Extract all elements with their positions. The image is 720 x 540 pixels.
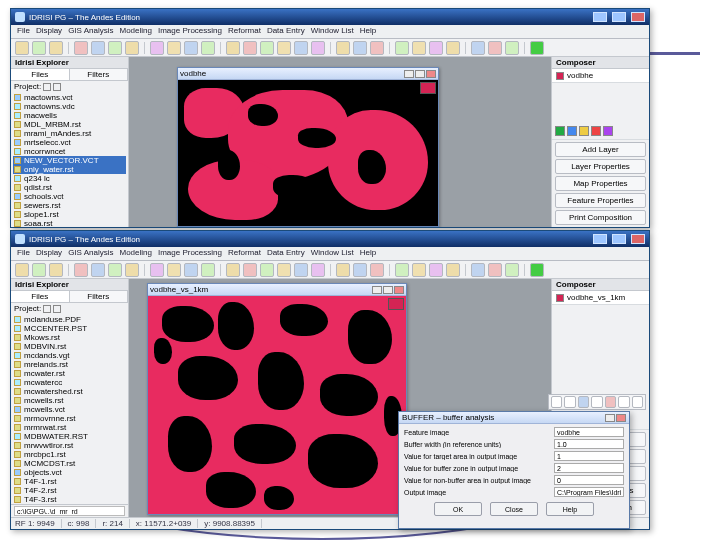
list-item[interactable]: mactowns.vct: [13, 93, 126, 102]
ok-button[interactable]: OK: [434, 502, 482, 516]
composer-feature-properties-button[interactable]: Feature Properties: [555, 193, 646, 208]
list-item[interactable]: soaa.rst: [13, 219, 126, 227]
toolbar-button[interactable]: [530, 41, 544, 55]
toolbar-button[interactable]: [370, 41, 384, 55]
toolbar-button[interactable]: [488, 41, 502, 55]
toolbar-button[interactable]: [277, 41, 291, 55]
toolbar-button[interactable]: [91, 263, 105, 277]
list-item[interactable]: mactowns.vdc: [13, 102, 126, 111]
toolbar-button[interactable]: [311, 41, 325, 55]
list-item[interactable]: mclanduse.PDF: [13, 315, 126, 324]
menu-file[interactable]: File: [17, 248, 30, 259]
toolbar[interactable]: [11, 261, 649, 279]
list-item[interactable]: NEW_VECTOR.VCT: [13, 156, 126, 165]
list-item[interactable]: mrtselecc.vct: [13, 138, 126, 147]
menubar[interactable]: FileDisplayGIS AnalysisModelingImage Pro…: [11, 25, 649, 39]
file-list[interactable]: mactowns.vctmactowns.vdcmacwellsMDL_MRBM…: [11, 92, 128, 227]
toolbar-button[interactable]: [15, 263, 29, 277]
list-item[interactable]: Mkows.rst: [13, 333, 126, 342]
list-item[interactable]: slope1.rst: [13, 210, 126, 219]
map-area[interactable]: [148, 296, 406, 514]
swatch-icon[interactable]: [555, 126, 565, 136]
toolbar-button[interactable]: [226, 263, 240, 277]
map-titlebar[interactable]: vodbhe: [178, 68, 438, 80]
folder-icon[interactable]: [43, 83, 51, 91]
field-input[interactable]: [554, 427, 624, 437]
toolbar-button[interactable]: [412, 41, 426, 55]
swatch-icon[interactable]: [579, 126, 589, 136]
list-item[interactable]: MDBVIN.rst: [13, 342, 126, 351]
toolbar-button[interactable]: [201, 263, 215, 277]
toolbar-button[interactable]: [15, 41, 29, 55]
list-item[interactable]: mrami_mAndes.rst: [13, 129, 126, 138]
min-icon[interactable]: [372, 286, 382, 294]
toolbar-button[interactable]: [243, 41, 257, 55]
menu-modeling[interactable]: Modeling: [119, 248, 151, 259]
toolbar-button[interactable]: [530, 263, 544, 277]
map-area[interactable]: [178, 80, 438, 226]
arrow-right-icon[interactable]: [632, 396, 643, 408]
layer-visibility-checkbox[interactable]: [556, 294, 564, 302]
toolbar-button[interactable]: [167, 41, 181, 55]
zoom-out-icon[interactable]: [564, 396, 575, 408]
list-item[interactable]: q234 lc: [13, 174, 126, 183]
map-window-1[interactable]: vodbhe: [177, 67, 439, 227]
list-item[interactable]: mcwells.rst: [13, 396, 126, 405]
list-item[interactable]: T4F-3.rst: [13, 495, 126, 504]
list-item[interactable]: mcwatershed.rst: [13, 387, 126, 396]
menu-display[interactable]: Display: [36, 26, 62, 37]
tab-files[interactable]: Files: [11, 291, 70, 302]
folder-icon[interactable]: [43, 305, 51, 313]
toolbar-button[interactable]: [150, 41, 164, 55]
toolbar-button[interactable]: [32, 263, 46, 277]
close-icon[interactable]: [426, 70, 436, 78]
maximize-button[interactable]: [612, 234, 626, 244]
menu-image-processing[interactable]: Image Processing: [158, 26, 222, 37]
path-input[interactable]: [14, 506, 125, 516]
close-button[interactable]: [631, 12, 645, 22]
layer-row[interactable]: vodbhe_vs_1km: [552, 291, 649, 305]
list-item[interactable]: mrwvwtlror.rst: [13, 441, 126, 450]
close-icon[interactable]: [616, 414, 626, 422]
list-item[interactable]: MCCENTER.PST: [13, 324, 126, 333]
up-icon[interactable]: [53, 305, 61, 313]
tab-filters[interactable]: Filters: [70, 291, 129, 302]
toolbar-button[interactable]: [74, 41, 88, 55]
menu-window-list[interactable]: Window List: [311, 248, 354, 259]
menu-file[interactable]: File: [17, 26, 30, 37]
menu-help[interactable]: Help: [360, 248, 376, 259]
menu-help[interactable]: Help: [360, 26, 376, 37]
max-icon[interactable]: [383, 286, 393, 294]
list-item[interactable]: MCMCDST.rst: [13, 459, 126, 468]
tab-filters[interactable]: Filters: [70, 69, 129, 80]
up-icon[interactable]: [53, 83, 61, 91]
toolbar-button[interactable]: [429, 263, 443, 277]
toolbar-button[interactable]: [49, 263, 63, 277]
map-window-2[interactable]: vodbhe_vs_1km: [147, 283, 407, 515]
toolbar[interactable]: [11, 39, 649, 57]
list-item[interactable]: T4F-1.rst: [13, 477, 126, 486]
field-input[interactable]: [554, 451, 624, 461]
file-list[interactable]: mclanduse.PDFMCCENTER.PSTMkows.rstMDBVIN…: [11, 314, 128, 504]
field-input[interactable]: [554, 487, 624, 497]
list-item[interactable]: mcorrwncet: [13, 147, 126, 156]
close-icon[interactable]: [394, 286, 404, 294]
composer-add-layer-button[interactable]: Add Layer: [555, 142, 646, 157]
toolbar-button[interactable]: [353, 263, 367, 277]
buffer-dialog[interactable]: BUFFER – buffer analysis Feature imageBu…: [398, 411, 630, 529]
titlebar[interactable]: IDRISI PG – The Andes Edition: [11, 9, 649, 25]
toolbar-button[interactable]: [395, 263, 409, 277]
list-item[interactable]: MDL_MRBM.rst: [13, 120, 126, 129]
pan-icon[interactable]: [578, 396, 589, 408]
help-button[interactable]: Help: [546, 502, 594, 516]
toolbar-button[interactable]: [505, 41, 519, 55]
swatch-icon[interactable]: [591, 126, 601, 136]
minimize-button[interactable]: [593, 234, 607, 244]
toolbar-button[interactable]: [150, 263, 164, 277]
menu-gis-analysis[interactable]: GIS Analysis: [68, 248, 113, 259]
toolbar-button[interactable]: [260, 263, 274, 277]
toolbar-button[interactable]: [505, 263, 519, 277]
menu-gis-analysis[interactable]: GIS Analysis: [68, 26, 113, 37]
maximize-button[interactable]: [612, 12, 626, 22]
explorer-tabs[interactable]: Files Filters: [11, 69, 128, 81]
